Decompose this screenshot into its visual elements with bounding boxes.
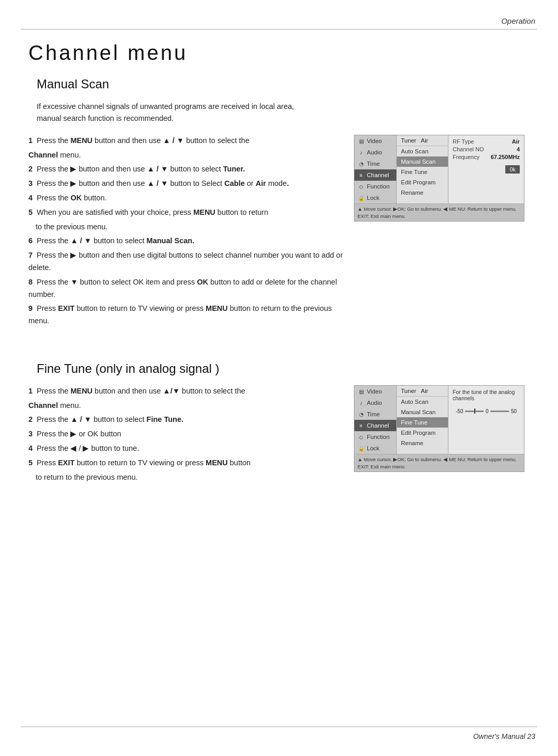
channel-no-row: Channel NO 4 (453, 146, 520, 152)
frequency-row: Frequency 67.250MHz (453, 154, 520, 160)
channel-icon-1: ≡ (358, 172, 365, 178)
menu-audio-1: ♪ Audio (354, 147, 396, 158)
rf-type-row: RF Type Air (453, 138, 520, 145)
mid-auto-scan-2: Auto Scan (397, 397, 448, 407)
tv-mid-header-1: Tuner Air (397, 135, 448, 146)
step-1: 1 Press the MENU button and then use ▲ /… (28, 135, 344, 147)
manual-scan-intro: If excessive channel signals of unwanted… (28, 101, 530, 124)
time-icon-1: ◔ (358, 161, 365, 167)
tv-right-col-1: RF Type Air Channel NO 4 Frequency 67.25… (448, 135, 524, 203)
main-content: Channel menu Manual Scan If excessive ch… (28, 36, 530, 501)
audio-icon-2: ♪ (358, 400, 365, 406)
video-icon-1: ▤ (358, 138, 365, 144)
ft-step-5-cont: to return to the previous menu. (28, 471, 344, 484)
tv-menu-footer-2: ▲ Move cursor. ▶OK: Go to submenu. ◀ ME … (354, 454, 524, 471)
menu-diagram-2: ▤ Video ♪ Audio ◔ Time ≡ (354, 385, 530, 485)
tv-left-col-1: ▤ Video ♪ Audio ◔ Time ≡ (354, 135, 397, 203)
fine-tune-steps: 1 Press the MENU button and then use ▲/▼… (28, 385, 344, 485)
menu-time-1: ◔ Time (354, 158, 396, 169)
top-rule (21, 29, 537, 29)
tv-menu-1: ▤ Video ♪ Audio ◔ Time ≡ (354, 135, 524, 222)
analog-label: For the tune of the analog channels (453, 389, 520, 401)
ft-step-3: 3 Press the ▶ or OK button (28, 428, 344, 440)
tv-mid-col-2: Tuner Air Auto Scan Manual Scan Fine Tun… (397, 386, 448, 454)
mid-fine-tune-2: Fine Tune (397, 417, 448, 428)
channel-icon-2: ≡ (358, 423, 365, 429)
menu-function-2: ◇ Function (354, 431, 396, 443)
ft-step-1: 1 Press the MENU button and then use ▲/▼… (28, 385, 344, 398)
tv-mid-col-1: Tuner Air Auto Scan Manual Scan Fine Tun… (397, 135, 448, 203)
ft-step-5: 5 Press EXIT button to return to TV view… (28, 457, 344, 469)
fine-tune-slider-container: -50 0 50 (453, 406, 520, 416)
slider-min-label: -50 (456, 408, 463, 414)
mid-edit-program-2: Edit Program (397, 428, 448, 438)
lock-icon-2: 🔒 (358, 446, 365, 451)
step-1-cont: Channel menu. (28, 149, 344, 162)
mid-manual-scan-2: Manual Scan (397, 407, 448, 417)
ok-button-1: 0k (505, 165, 520, 174)
chapter-title: Channel menu (28, 41, 530, 65)
mid-fine-tune-1: Fine Tune (397, 167, 448, 177)
slider-track (465, 411, 483, 412)
step-2: 2 Press the ▶ button and then use ▲ / ▼ … (28, 163, 344, 176)
operation-label: Operation (501, 17, 535, 25)
fine-tune-body: 1 Press the MENU button and then use ▲/▼… (28, 385, 530, 485)
mid-auto-scan-1: Auto Scan (397, 146, 448, 156)
step-3: 3 Press the ▶ button and then use ▲ / ▼ … (28, 178, 344, 190)
mid-manual-scan-1: Manual Scan (397, 156, 448, 167)
menu-function-1: ◇ Function (354, 181, 396, 192)
tv-right-col-2: For the tune of the analog channels -50 … (448, 386, 524, 454)
menu-time-2: ◔ Time (354, 408, 396, 420)
manual-scan-body: 1 Press the MENU button and then use ▲ /… (28, 135, 530, 329)
tv-left-col-2: ▤ Video ♪ Audio ◔ Time ≡ (354, 386, 397, 454)
tv-mid-header-2: Tuner Air (397, 386, 448, 397)
bottom-rule (21, 727, 537, 727)
step-7: 7 Press the ▶ button and then use digita… (28, 249, 344, 274)
step-num-1: 1 (28, 136, 33, 145)
menu-video-2: ▤ Video (354, 386, 396, 397)
slider-mid-label: 0 (486, 408, 489, 414)
manual-scan-steps: 1 Press the MENU button and then use ▲ /… (28, 135, 344, 329)
page-number: Owner's Manual 23 (473, 732, 535, 741)
ft-step-1-cont: Channel menu. (28, 400, 344, 412)
step-8: 8 Press the ▼ button to select OK item a… (28, 276, 344, 301)
tv-menu-footer-1: ▲ Move cursor. ▶OK: Go to submenu. ◀ ME … (354, 203, 524, 221)
mid-rename-1: Rename (397, 187, 448, 198)
step-5-cont: to the previous menu. (28, 221, 344, 233)
menu-channel-1: ≡ Channel (354, 169, 396, 181)
menu-lock-2: 🔒 Lock (354, 443, 396, 454)
menu-diagram-1: ▤ Video ♪ Audio ◔ Time ≡ (354, 135, 530, 329)
slider-track-right (490, 411, 508, 412)
audio-icon-1: ♪ (358, 150, 365, 155)
lock-icon-1: 🔒 (358, 195, 365, 201)
slider-thumb (474, 408, 475, 414)
video-icon-2: ▤ (358, 389, 365, 395)
slider-max-label: 50 (511, 408, 517, 414)
function-icon-1: ◇ (358, 184, 365, 190)
time-icon-2: ◔ (358, 412, 365, 417)
ft-step-4: 4 Press the ◀ / ▶ button to tune. (28, 443, 344, 455)
mid-edit-program-1: Edit Program (397, 177, 448, 187)
mid-rename-2: Rename (397, 438, 448, 448)
step-6: 6 Press the ▲ / ▼ button to select Manua… (28, 235, 344, 247)
menu-audio-2: ♪ Audio (354, 397, 396, 408)
function-icon-2: ◇ (358, 434, 365, 440)
menu-video-1: ▤ Video (354, 135, 396, 147)
menu-lock-1: 🔒 Lock (354, 192, 396, 203)
ft-step-2: 2 Press the ▲ / ▼ button to select Fine … (28, 414, 344, 426)
step-9: 9 Press EXIT button to return to TV view… (28, 303, 344, 327)
menu-channel-2: ≡ Channel (354, 420, 396, 431)
step-4: 4 Press the OK button. (28, 192, 344, 204)
step-5: 5 When you are satisfied with your choic… (28, 207, 344, 219)
tv-menu-2: ▤ Video ♪ Audio ◔ Time ≡ (354, 385, 524, 472)
fine-tune-slider: -50 0 50 (456, 408, 517, 414)
fine-tune-title: Fine Tune (only in analog signal ) (28, 361, 530, 376)
manual-scan-title: Manual Scan (28, 77, 530, 91)
